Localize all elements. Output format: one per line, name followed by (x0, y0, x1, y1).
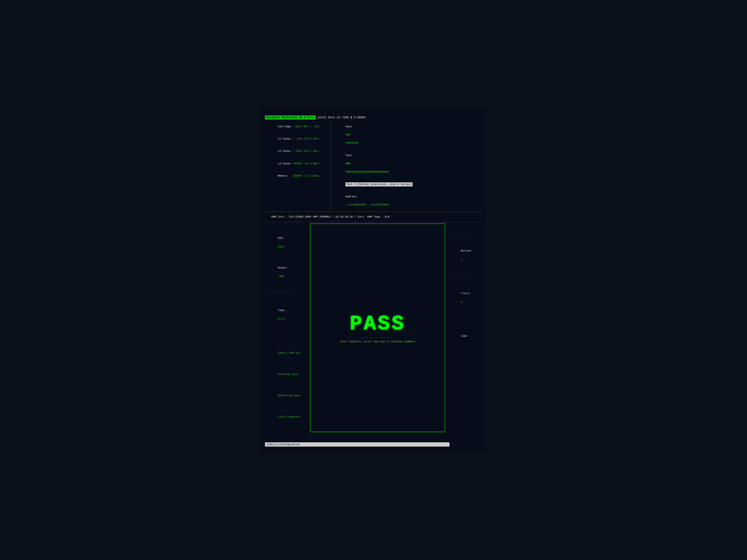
l2-cache-row: L2 Cache : 256K 108.4 GB/s (265, 145, 331, 157)
pass-message: Test complete, press any key to display … (340, 340, 415, 343)
status-left: CPU: 0123 State: -DWD ------------------… (265, 223, 310, 432)
divider (265, 222, 482, 222)
flips-row: lips (448, 330, 482, 342)
header-row: PassMark MemTest86 V9.0 Free Intel Core … (265, 115, 482, 119)
app-title: PassMark MemTest86 V9.0 Free (265, 115, 315, 119)
ram-info-row: RAM Info : PC4-23900 DDR4 XMP 2998MHz / … (265, 212, 482, 221)
finished-row: Finished pass (265, 368, 310, 381)
time-row: Time: 0:23: (265, 304, 310, 326)
test-name-row: Test 3 [Moving inversions, ones & zeroes… (333, 178, 482, 190)
test-complete-row: >Test Complete (265, 411, 310, 424)
releasing-row: Releasing memo (265, 390, 310, 402)
footer-bar: (ESC)/(c)onfiguration (265, 442, 449, 447)
cpu-info: Intel Core i3-7100 @ 3.90GHz (317, 115, 366, 119)
pass-text: PASS (350, 314, 406, 334)
address-row: Address : 0x100000000 - 0x236483000 (333, 191, 482, 211)
divider-dashes: ------------------ (265, 291, 310, 296)
errors-row: rrors: 0 (448, 287, 482, 309)
info-section: Clk/Temp : 3912 MHz / 42C L1 Cache : 64K… (265, 121, 482, 211)
l1-cache-row: L1 Cache : 64K 225.3 GB/s (265, 133, 331, 145)
pass-bar-row: Pass 25% ######## (333, 121, 482, 149)
active-row: Active: 2 (448, 245, 482, 266)
right-stats: ---------------- Active: 2 -------------… (445, 223, 482, 432)
note-row: [Note] RAM may (265, 347, 310, 359)
pass-separator: ---------------- (361, 336, 394, 339)
bottom-section: CPU: 0123 State: -DWD ------------------… (265, 223, 482, 432)
cpu-status-row: CPU: 0123 (265, 232, 310, 253)
blank-row (265, 334, 310, 338)
state-row: State: -DWD (265, 262, 310, 283)
divider-right-bot: ---------------- (448, 317, 482, 321)
divider-right-mid: ---------------- (448, 274, 482, 279)
screen: PassMark MemTest86 V9.0 Free Intel Core … (261, 109, 486, 451)
memory-row: Memory :8069M 11.2 GB/s (265, 170, 331, 182)
clk-temp-row: Clk/Temp : 3912 MHz / 42C (265, 121, 331, 133)
test-info-right: Pass 25% ######## Test 80% #############… (331, 121, 482, 211)
divider-right-top: ---------------- (448, 232, 482, 236)
sys-info-left: Clk/Temp : 3912 MHz / 42C L1 Cache : 64K… (265, 121, 331, 211)
pass-result-box: PASS ---------------- Test complete, pre… (310, 223, 445, 432)
footer-text: (ESC)/(c)onfiguration (266, 443, 300, 446)
test-bar-row: Test 80% ########################### (333, 149, 482, 178)
l3-cache-row: L3 Cache :3072K 65.4 GB/s (265, 158, 331, 170)
